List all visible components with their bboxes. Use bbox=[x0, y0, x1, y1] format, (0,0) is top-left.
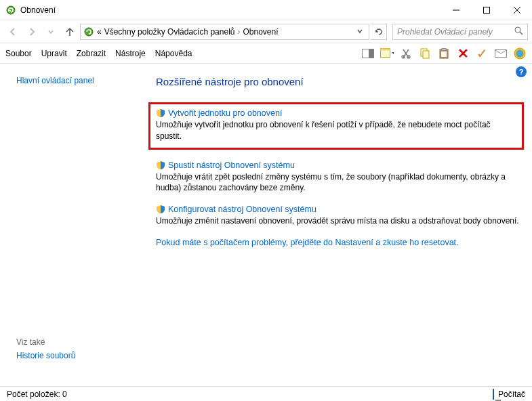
breadcrumb-icon bbox=[83, 26, 94, 37]
sidebar-see-also-label: Viz také bbox=[16, 337, 129, 347]
status-location: Počítač bbox=[498, 389, 525, 399]
nav-back-button[interactable] bbox=[4, 23, 22, 41]
configure-restore-link-text: Konfigurovat nástroj Obnovení systému bbox=[168, 205, 316, 214]
mail-icon[interactable] bbox=[494, 47, 508, 60]
copy-icon[interactable] bbox=[418, 47, 432, 60]
window-title: Obnovení bbox=[20, 5, 56, 15]
menubar: Soubor Upravit Zobrazit Nástroje Nápověd… bbox=[0, 43, 532, 64]
svg-point-21 bbox=[516, 49, 524, 57]
shield-icon bbox=[156, 161, 165, 170]
view-pane-icon[interactable] bbox=[361, 47, 375, 60]
svg-point-6 bbox=[515, 27, 520, 33]
minimize-button[interactable] bbox=[441, 0, 471, 20]
check-icon[interactable]: ✓ bbox=[475, 47, 489, 60]
create-recovery-link[interactable]: Vytvořit jednotku pro obnovení bbox=[156, 108, 516, 118]
cut-icon[interactable] bbox=[399, 47, 413, 60]
paste-icon[interactable] bbox=[437, 47, 451, 60]
titlebar: Obnovení bbox=[0, 0, 532, 20]
shield-icon bbox=[156, 205, 165, 214]
breadcrumb-part2[interactable]: Obnovení bbox=[243, 27, 278, 37]
svg-rect-15 bbox=[423, 51, 429, 58]
svg-rect-9 bbox=[369, 49, 374, 58]
status-item-count: Počet položek: 0 bbox=[7, 389, 67, 399]
sidebar-file-history-link[interactable]: Historie souborů bbox=[16, 351, 129, 360]
nav-recent-dropdown[interactable] bbox=[42, 23, 60, 41]
search-icon[interactable] bbox=[514, 26, 523, 37]
statusbar: Počet položek: 0 Počítač bbox=[0, 386, 532, 401]
app-icon bbox=[5, 5, 16, 16]
configure-restore-section: Konfigurovat nástroj Obnovení systému Um… bbox=[156, 205, 523, 227]
svg-rect-11 bbox=[381, 48, 390, 50]
system-restore-link-text: Spustit nástroj Obnovení systému bbox=[168, 161, 295, 170]
create-recovery-section: Vytvořit jednotku pro obnovení Umožňuje … bbox=[148, 102, 524, 150]
close-button[interactable] bbox=[502, 0, 532, 20]
breadcrumb-part1[interactable]: Všechny položky Ovládacích panelů bbox=[104, 27, 235, 37]
menu-soubor[interactable]: Soubor bbox=[5, 49, 32, 58]
menu-nastroje[interactable]: Nástroje bbox=[115, 49, 146, 58]
search-input[interactable]: Prohledat Ovládací panely bbox=[392, 24, 528, 40]
search-placeholder: Prohledat Ovládací panely bbox=[397, 27, 493, 37]
system-restore-link[interactable]: Spustit nástroj Obnovení systému bbox=[156, 161, 523, 170]
delete-icon[interactable]: ✕ bbox=[456, 47, 470, 60]
system-restore-desc: Umožňuje vrátit zpět poslední změny syst… bbox=[156, 171, 523, 194]
nav-forward-button[interactable] bbox=[23, 23, 41, 41]
svg-rect-18 bbox=[442, 48, 446, 50]
create-recovery-desc: Umožňuje vytvořit jednotku pro obnovení … bbox=[156, 119, 516, 142]
create-recovery-link-text: Vytvořit jednotku pro obnovení bbox=[168, 108, 282, 118]
sidebar: Hlavní ovládací panel Viz také Historie … bbox=[0, 64, 136, 386]
svg-rect-17 bbox=[441, 51, 447, 57]
menu-upravit[interactable]: Upravit bbox=[41, 49, 67, 58]
svg-line-7 bbox=[520, 32, 523, 35]
breadcrumb-prefix: « bbox=[97, 27, 102, 37]
menu-zobrazit[interactable]: Zobrazit bbox=[77, 49, 106, 58]
configure-restore-desc: Umožňuje změnit nastavení obnovení, prov… bbox=[156, 215, 523, 227]
refresh-button[interactable] bbox=[371, 24, 387, 40]
svg-point-5 bbox=[85, 28, 93, 36]
breadcrumb[interactable]: « Všechny položky Ovládacích panelů › Ob… bbox=[80, 24, 369, 40]
svg-rect-2 bbox=[483, 7, 489, 13]
svg-point-0 bbox=[7, 6, 15, 14]
page-title: Rozšířené nástroje pro obnovení bbox=[156, 76, 523, 87]
shield-icon bbox=[156, 108, 165, 118]
breadcrumb-dropdown-icon[interactable] bbox=[354, 27, 366, 37]
globe-icon[interactable] bbox=[513, 47, 527, 60]
computer-icon bbox=[493, 389, 494, 399]
configure-restore-link[interactable]: Konfigurovat nástroj Obnovení systému bbox=[156, 205, 523, 214]
navbar: « Všechny položky Ovládacích panelů › Ob… bbox=[0, 20, 532, 43]
nav-up-button[interactable] bbox=[61, 23, 79, 41]
content: ? Hlavní ovládací panel Viz také Histori… bbox=[0, 64, 532, 386]
help-icon[interactable]: ? bbox=[516, 66, 527, 77]
system-restore-section: Spustit nástroj Obnovení systému Umožňuj… bbox=[156, 161, 523, 194]
menu-napoveda[interactable]: Nápověda bbox=[155, 49, 192, 58]
sidebar-main-panel-link[interactable]: Hlavní ovládací panel bbox=[16, 76, 129, 85]
maximize-button[interactable] bbox=[471, 0, 502, 20]
view-dropdown-icon[interactable] bbox=[380, 47, 394, 60]
main-pane: Rozšířené nástroje pro obnovení Vytvořit… bbox=[136, 64, 532, 386]
toolbar: ✕ ✓ bbox=[361, 47, 527, 60]
reset-pc-link[interactable]: Pokud máte s počítačem problémy, přejdět… bbox=[156, 238, 523, 247]
breadcrumb-sep-icon[interactable]: › bbox=[237, 27, 240, 37]
